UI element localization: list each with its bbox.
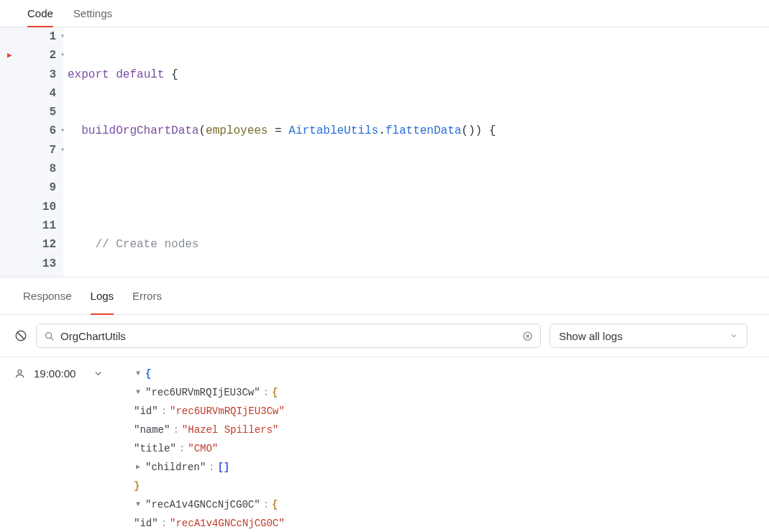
fold-icon[interactable]: ▾ (60, 46, 65, 65)
output-tabs: Response Logs Errors (0, 278, 769, 315)
gutter-row[interactable]: 13 (0, 254, 63, 273)
gutter-row[interactable]: 9 (0, 178, 63, 197)
gutter-row[interactable]: 11 (0, 216, 63, 235)
logs-search-input[interactable] (60, 330, 517, 342)
disclosure-icon[interactable]: ▶ (134, 458, 142, 477)
logs-search[interactable] (36, 324, 541, 348)
log-entry-meta: 19:00:00 (0, 357, 134, 532)
svg-line-1 (17, 332, 24, 339)
gutter-row[interactable]: 4 (0, 84, 63, 103)
svg-point-2 (46, 332, 52, 338)
clear-search-icon[interactable] (522, 331, 533, 341)
code-content[interactable]: export default { buildOrgChartData(emplo… (63, 27, 769, 277)
logs-filter-select[interactable]: Show all logs (550, 324, 747, 348)
tab-errors[interactable]: Errors (132, 278, 162, 314)
fold-icon[interactable]: ▾ (60, 141, 65, 160)
gutter-row[interactable]: 3 (0, 65, 63, 84)
svg-line-3 (51, 337, 54, 340)
gutter-row[interactable]: 7▾ (0, 141, 63, 160)
chevron-down-icon (729, 331, 738, 340)
gutter-row[interactable]: ▶2▾ (0, 46, 63, 65)
breakpoint-icon[interactable]: ▶ (7, 46, 12, 65)
gutter-row[interactable]: 1▾ (0, 27, 63, 46)
svg-point-7 (18, 370, 22, 374)
gutter-row[interactable]: 6▾ (0, 121, 63, 140)
tab-response[interactable]: Response (23, 278, 72, 314)
fold-icon[interactable]: ▾ (60, 121, 65, 140)
logs-filter-label: Show all logs (559, 330, 622, 342)
tab-logs[interactable]: Logs (91, 278, 114, 314)
gutter-row[interactable]: 12 (0, 235, 63, 254)
log-timestamp: 19:00:00 (34, 367, 76, 380)
tab-settings[interactable]: Settings (73, 0, 112, 27)
disclosure-icon[interactable]: ▼ (134, 364, 142, 383)
fold-icon[interactable]: ▾ (60, 27, 65, 46)
clear-logs-icon[interactable] (14, 329, 27, 342)
chevron-down-icon[interactable] (93, 368, 104, 379)
disclosure-icon[interactable]: ▼ (134, 495, 142, 514)
gutter-row[interactable]: 10 (0, 198, 63, 216)
logs-body: 19:00:00 ▼{ ▼"rec6URVmRQIjEU3Cw":{ "id":… (0, 357, 769, 532)
top-tabs: Code Settings (0, 0, 769, 27)
log-json-tree[interactable]: ▼{ ▼"rec6URVmRQIjEU3Cw":{ "id":"rec6URVm… (134, 357, 769, 532)
gutter-row[interactable]: 8 (0, 160, 63, 178)
log-timestamp-row[interactable]: 19:00:00 (14, 367, 127, 380)
search-icon (44, 331, 55, 341)
logs-toolbar: Show all logs (0, 315, 769, 357)
code-editor[interactable]: 1▾ ▶2▾ 3 4 5 6▾ 7▾ 8 9 10 11 12 13 expor… (0, 27, 769, 278)
disclosure-icon[interactable]: ▼ (134, 383, 142, 402)
user-icon (14, 368, 25, 379)
tab-code[interactable]: Code (27, 0, 53, 27)
gutter-row[interactable]: 5 (0, 103, 63, 121)
gutter: 1▾ ▶2▾ 3 4 5 6▾ 7▾ 8 9 10 11 12 13 (0, 27, 63, 277)
